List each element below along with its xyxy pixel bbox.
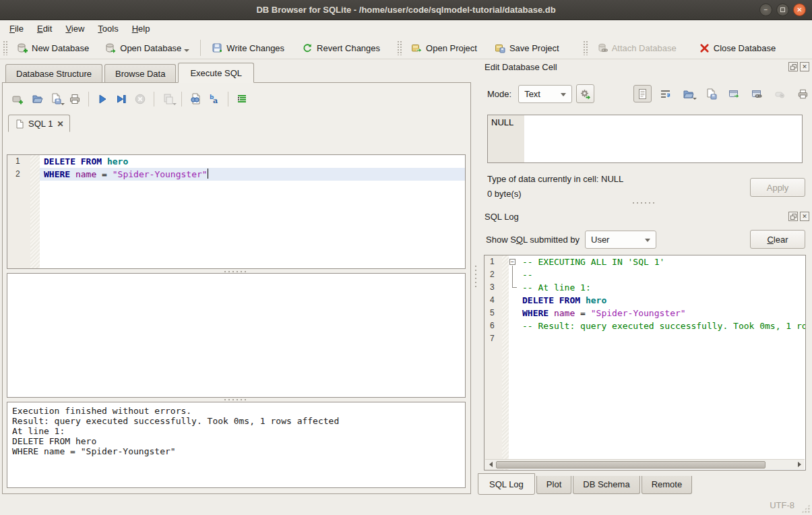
stop-execution-button [131,90,149,108]
message-line: DELETE FROM hero [12,436,460,446]
open-project-button[interactable]: Open Project [405,40,483,56]
save-sql-file-button[interactable] [47,90,65,108]
menu-edit[interactable]: Edit [30,22,59,36]
chevron-down-icon[interactable] [184,49,189,52]
close-tab-icon[interactable]: ✕ [57,119,63,129]
chevron-down-icon[interactable] [693,98,697,100]
link-icon [751,88,763,100]
close-dock-icon[interactable]: ✕ [800,62,809,71]
tab-db-schema[interactable]: DB Schema [573,476,639,494]
write-changes-icon [212,42,222,53]
set-null-button [771,85,789,102]
attach-database-button: Attach Database [591,40,683,56]
fold-collapse-icon[interactable]: − [509,255,518,268]
revert-changes-button[interactable]: Revert Changes [296,40,386,56]
mode-label: Mode: [487,89,511,99]
sql1-tab-label: SQL 1 [28,119,53,129]
cell-editor[interactable]: NULL [487,115,803,163]
export-cell-data-button[interactable] [702,85,720,102]
apply-button: Apply [750,178,805,197]
scroll-right-icon[interactable] [794,460,805,470]
horizontal-scrollbar[interactable] [485,459,805,469]
scrollbar-thumb[interactable] [496,461,766,468]
menu-view[interactable]: View [59,22,91,36]
status-bar: UTF-8 [0,495,812,515]
new-database-icon [17,42,28,53]
print-cell-button[interactable] [794,85,812,102]
sql-editor[interactable]: 1DELETE FROM hero2WHERE name = "Spider-Y… [7,154,466,269]
auto-indent-button[interactable] [233,90,251,108]
menu-bar: FileEditViewToolsHelp [0,20,812,37]
save-results-button [159,90,177,108]
format-sql-button[interactable]: ba [206,90,223,108]
encoding-indicator[interactable]: UTF-8 [770,500,794,510]
right-pane: Edit Database Cell ✕ Mode: Text [478,59,812,495]
tab-execute-sql[interactable]: Execute SQL [178,63,254,83]
edit-cell-dock-buttons: ✕ [788,62,809,71]
minimize-button[interactable]: − [759,3,772,16]
write-changes-button[interactable]: Write Changes [206,40,290,56]
code-line: 1−-- EXECUTING ALL IN 'SQL 1' [485,255,805,268]
chevron-down-icon[interactable] [61,103,65,105]
toolbar-grip[interactable] [397,40,402,55]
toolbar-separator [88,92,89,107]
message-line: Result: query executed successfully. Too… [12,416,460,426]
new-sql-tab-button[interactable] [9,90,27,108]
copy-link-button[interactable] [748,85,766,102]
title-bar: DB Browser for SQLite - /home/user/code/… [0,0,812,20]
window-controls: − ✕ [759,3,806,16]
close-database-button[interactable]: Close Database [693,40,782,56]
tab-sql-log[interactable]: SQL Log [478,473,535,495]
word-wrap-button[interactable] [656,85,675,102]
close-dock-icon[interactable]: ✕ [800,212,809,221]
mode-select[interactable]: Text [518,85,572,103]
new-database-button[interactable]: New Database [11,40,95,56]
svg-text:a: a [213,96,218,105]
apply-format-button[interactable] [576,84,594,103]
play-icon [96,93,108,105]
maximize-button[interactable] [776,3,789,16]
pane-splitter[interactable] [473,59,478,495]
find-in-document-icon [189,93,201,105]
revert-changes-icon [302,42,313,53]
text-view-button[interactable] [633,85,652,102]
dock-splitter-handle[interactable] [478,201,812,205]
tab-plot[interactable]: Plot [536,476,571,494]
menu-help[interactable]: Help [125,22,157,36]
execute-all-button[interactable] [94,90,111,108]
message-line: Execution finished without errors. [12,406,460,416]
results-grid-pane[interactable] [7,273,466,398]
bottom-tab-bar: SQL Log Plot DB Schema Remote [478,476,693,495]
import-cell-data-button[interactable] [679,85,697,102]
sql-log-view[interactable]: 1−-- EXECUTING ALL IN 'SQL 1'2--3-- At l… [484,255,806,471]
close-button[interactable]: ✕ [793,3,806,16]
main-area: Database Structure Browse Data Execute S… [0,59,812,495]
menu-file[interactable]: File [3,22,30,36]
execute-sql-panel: ba SQL 1 ✕ 1DELETE FROM hero2WHERE name … [2,82,471,494]
execution-message-pane[interactable]: Execution finished without errors.Result… [7,402,466,488]
toolbar-grip[interactable] [583,40,588,55]
tab-remote[interactable]: Remote [642,476,693,494]
find-button[interactable] [187,90,204,108]
open-file-icon [31,93,43,105]
toolbar-separator [200,40,201,56]
sql1-tab[interactable]: SQL 1 ✕ [8,115,70,132]
left-pane: Database Structure Browse Data Execute S… [0,59,473,495]
save-project-button[interactable]: Save Project [489,40,565,56]
menu-tools[interactable]: Tools [91,22,125,36]
open-external-button[interactable] [725,85,743,102]
clear-button[interactable]: Clear [750,230,805,249]
tab-browse-data[interactable]: Browse Data [104,64,176,82]
scroll-left-icon[interactable] [485,460,496,470]
float-dock-icon[interactable] [788,212,798,221]
open-database-button[interactable]: Open Database [99,40,195,56]
tab-database-structure[interactable]: Database Structure [5,64,102,82]
close-database-icon [699,43,710,53]
submitted-by-select[interactable]: User [585,231,656,249]
float-dock-icon[interactable] [788,62,798,71]
execute-line-button[interactable] [113,90,130,108]
toolbar-grip[interactable] [3,40,8,55]
resize-grip[interactable] [801,504,810,513]
open-sql-file-button[interactable] [28,90,46,108]
print-sql-button[interactable] [66,90,84,108]
